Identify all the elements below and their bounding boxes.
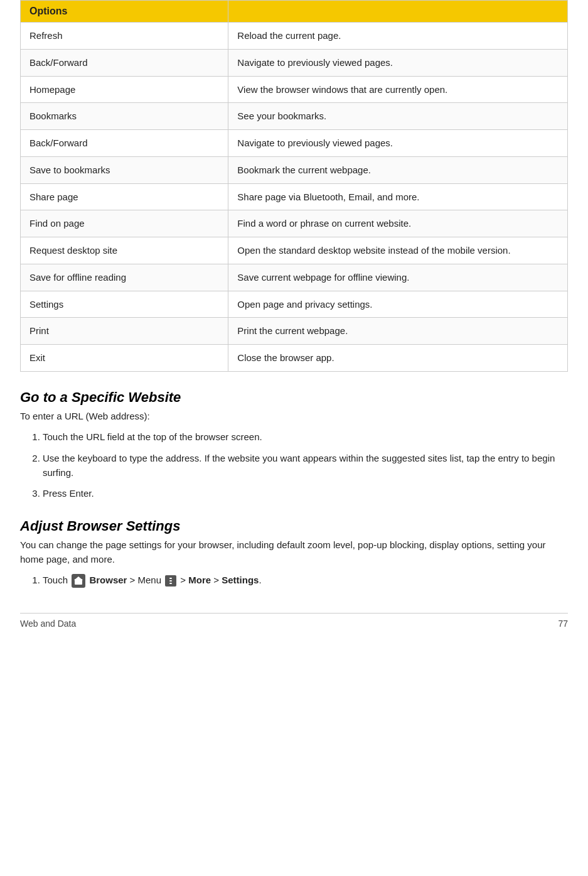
footer-left: Web and Data bbox=[20, 619, 76, 629]
table-row: RefreshReload the current page. bbox=[21, 23, 568, 50]
table-cell-option: Exit bbox=[21, 345, 228, 372]
table-cell-option: Find on page bbox=[21, 210, 228, 237]
table-cell-description: Reload the current page. bbox=[228, 23, 568, 50]
table-cell-description: Open the standard desktop website instea… bbox=[228, 237, 568, 264]
table-cell-description: Save current webpage for offline viewing… bbox=[228, 264, 568, 291]
table-cell-description: View the browser windows that are curren… bbox=[228, 76, 568, 103]
table-cell-option: Bookmarks bbox=[21, 103, 228, 130]
table-cell-description: Navigate to previously viewed pages. bbox=[228, 130, 568, 157]
goto-website-heading: Go to a Specific Website bbox=[20, 389, 568, 406]
table-cell-description: Share page via Bluetooth, Email, and mor… bbox=[228, 183, 568, 210]
menu-icon bbox=[165, 575, 176, 587]
table-row: PrintPrint the current webpage. bbox=[21, 318, 568, 345]
table-row: Request desktop siteOpen the standard de… bbox=[21, 237, 568, 264]
settings-label: Settings bbox=[222, 575, 259, 585]
goto-website-section: Go to a Specific Website To enter a URL … bbox=[20, 389, 568, 501]
table-cell-option: Request desktop site bbox=[21, 237, 228, 264]
goto-website-intro: To enter a URL (Web address): bbox=[20, 409, 568, 424]
adjust-settings-intro: You can change the page settings for you… bbox=[20, 538, 568, 566]
more-label: More bbox=[188, 575, 211, 585]
browser-label: Browser bbox=[89, 575, 127, 585]
table-cell-description: Close the browser app. bbox=[228, 345, 568, 372]
table-cell-option: Back/Forward bbox=[21, 130, 228, 157]
table-cell-option: Save for offline reading bbox=[21, 264, 228, 291]
goto-step-2: Use the keyboard to type the address. If… bbox=[43, 451, 568, 480]
table-row: ExitClose the browser app. bbox=[21, 345, 568, 372]
table-cell-option: Share page bbox=[21, 183, 228, 210]
table-row: Find on pageFind a word or phrase on cur… bbox=[21, 210, 568, 237]
table-row: SettingsOpen page and privacy settings. bbox=[21, 291, 568, 318]
table-cell-option: Refresh bbox=[21, 23, 228, 50]
table-row: Back/ForwardNavigate to previously viewe… bbox=[21, 130, 568, 157]
goto-step-1: Touch the URL field at the top of the br… bbox=[43, 430, 568, 444]
table-cell-option: Homepage bbox=[21, 76, 228, 103]
table-cell-option: Settings bbox=[21, 291, 228, 318]
options-table: Options RefreshReload the current page.B… bbox=[20, 0, 568, 372]
table-cell-description: Bookmark the current webpage. bbox=[228, 156, 568, 183]
table-cell-description: Find a word or phrase on current website… bbox=[228, 210, 568, 237]
table-cell-description: Open page and privacy settings. bbox=[228, 291, 568, 318]
goto-step-3: Press Enter. bbox=[43, 486, 568, 500]
goto-website-steps: Touch the URL field at the top of the br… bbox=[43, 430, 568, 500]
adjust-settings-heading: Adjust Browser Settings bbox=[20, 518, 568, 534]
table-row: Save for offline readingSave current web… bbox=[21, 264, 568, 291]
table-cell-description: Print the current webpage. bbox=[228, 318, 568, 345]
table-header-col1: Options bbox=[21, 1, 228, 23]
table-cell-option: Print bbox=[21, 318, 228, 345]
table-row: Share pageShare page via Bluetooth, Emai… bbox=[21, 183, 568, 210]
page-footer: Web and Data 77 bbox=[20, 613, 568, 629]
table-row: HomepageView the browser windows that ar… bbox=[21, 76, 568, 103]
svg-marker-1 bbox=[74, 576, 83, 580]
footer-right: 77 bbox=[558, 619, 568, 629]
browser-icon bbox=[72, 574, 85, 588]
table-row: BookmarksSee your bookmarks. bbox=[21, 103, 568, 130]
table-header-col2 bbox=[228, 1, 568, 23]
table-cell-description: Navigate to previously viewed pages. bbox=[228, 49, 568, 76]
adjust-step-1: Touch Browser > Menu > More bbox=[43, 573, 568, 588]
table-cell-option: Save to bookmarks bbox=[21, 156, 228, 183]
table-cell-description: See your bookmarks. bbox=[228, 103, 568, 130]
adjust-settings-section: Adjust Browser Settings You can change t… bbox=[20, 518, 568, 588]
table-cell-option: Back/Forward bbox=[21, 49, 228, 76]
adjust-settings-steps: Touch Browser > Menu > More bbox=[43, 573, 568, 588]
table-row: Save to bookmarksBookmark the current we… bbox=[21, 156, 568, 183]
table-row: Back/ForwardNavigate to previously viewe… bbox=[21, 49, 568, 76]
